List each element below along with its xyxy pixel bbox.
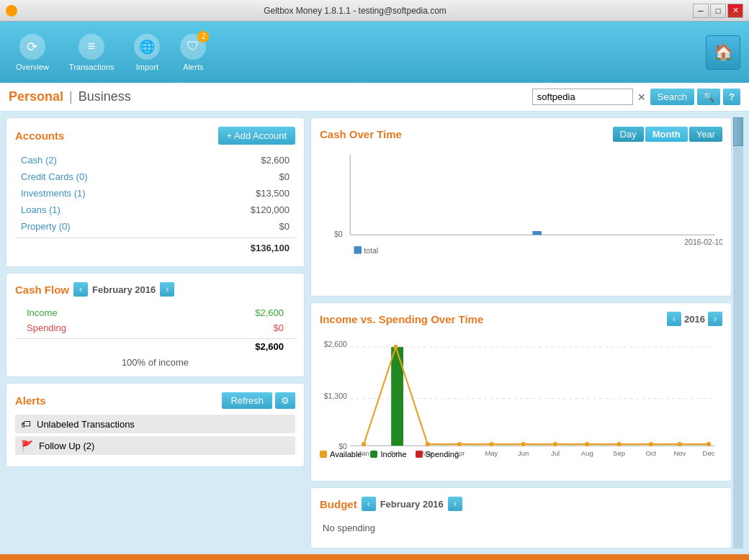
chart-tab-day[interactable]: Day xyxy=(613,127,644,142)
window-title: Geltbox Money 1.8.1.1 - testing@softpedi… xyxy=(17,6,693,16)
alert-item-unlabeled[interactable]: 🏷 Unlabeled Transactions xyxy=(15,415,295,433)
budget-period: February 2016 xyxy=(380,499,444,510)
tab-separator: | xyxy=(69,89,73,104)
cashflow-total-row: $2,600 xyxy=(15,338,295,354)
account-name-cash: Cash (2) xyxy=(21,155,57,166)
svg-text:$0: $0 xyxy=(338,442,347,451)
cashflow-income-value: $2,600 xyxy=(255,307,284,318)
alerts-icon: 🛡 2 xyxy=(180,34,206,60)
titlebar: Geltbox Money 1.8.1.1 - testing@softpedi… xyxy=(0,0,749,22)
svg-text:$0: $0 xyxy=(334,230,343,238)
svg-text:Dec: Dec xyxy=(703,449,715,457)
cash-over-time-chart: $0 2016-02-10 total xyxy=(320,148,722,248)
restore-button[interactable]: □ xyxy=(710,4,726,18)
svg-text:Jun: Jun xyxy=(518,449,529,457)
svg-point-37 xyxy=(707,442,711,446)
close-button[interactable]: ✕ xyxy=(727,4,743,18)
alert-item-followup[interactable]: 🚩 Follow Up (2) xyxy=(15,436,295,455)
header-tabs: Personal | Business xyxy=(9,89,532,104)
svg-point-31 xyxy=(521,442,526,446)
import-label: Import xyxy=(136,63,158,71)
header-bar: Personal | Business ✕ Search 🔍 ? xyxy=(0,83,749,112)
svg-point-34 xyxy=(616,442,621,446)
svg-text:Apr: Apr xyxy=(454,449,465,457)
alerts-header: Alerts Refresh ⚙ xyxy=(15,392,295,409)
inc-chart-header: Income vs. Spending Over Time ‹ 2016 › xyxy=(320,312,722,326)
svg-rect-4 xyxy=(532,231,542,235)
svg-point-29 xyxy=(457,442,462,446)
search-button[interactable]: Search xyxy=(650,89,694,105)
account-row-credit[interactable]: Credit Cards (0) $0 xyxy=(15,168,295,185)
account-amount-property: $0 xyxy=(279,221,290,232)
accounts-total-value: $136,100 xyxy=(251,243,290,253)
scrollbar-thumb[interactable] xyxy=(733,117,743,146)
svg-text:Jul: Jul xyxy=(551,449,560,457)
toolbar-right-button[interactable]: 🏠 xyxy=(706,35,740,70)
chart-tab-year[interactable]: Year xyxy=(689,127,722,142)
svg-text:Aug: Aug xyxy=(581,449,593,457)
cashflow-next-button[interactable]: › xyxy=(160,282,174,297)
cashflow-income-row: Income $2,600 xyxy=(15,305,295,320)
accounts-card: Accounts + Add Account Cash (2) $2,600 C… xyxy=(6,117,305,267)
svg-text:May: May xyxy=(485,449,498,457)
search-icon-button[interactable]: 🔍 xyxy=(697,89,720,105)
chart-title: Cash Over Time xyxy=(320,128,402,140)
budget-next-button[interactable]: › xyxy=(448,497,462,511)
search-input[interactable] xyxy=(532,89,633,105)
cashflow-prev-button[interactable]: ‹ xyxy=(73,282,88,297)
budget-prev-button[interactable]: ‹ xyxy=(362,497,376,511)
inc-chart-year: 2016 xyxy=(684,314,705,325)
svg-text:Feb: Feb xyxy=(390,449,401,457)
account-amount-credit: $0 xyxy=(279,171,290,182)
svg-text:Sep: Sep xyxy=(613,449,625,457)
account-row-cash[interactable]: Cash (2) $2,600 xyxy=(15,152,295,168)
add-account-button[interactable]: + Add Account xyxy=(218,127,295,145)
overview-button[interactable]: ⟳ Overview xyxy=(9,30,56,76)
income-vs-spending-chart: $2,600 $1,300 $0 Jan Feb Mar Apr May xyxy=(320,332,722,447)
cashflow-total-value: $2,600 xyxy=(255,341,284,352)
transactions-button[interactable]: ≡ Transactions xyxy=(62,30,122,76)
alerts-actions: Refresh ⚙ xyxy=(222,392,295,409)
svg-point-26 xyxy=(362,442,366,446)
svg-point-36 xyxy=(678,442,682,446)
search-clear-button[interactable]: ✕ xyxy=(636,90,647,104)
alert-label-unlabeled: Unlabeled Transactions xyxy=(37,419,135,430)
minimize-button[interactable]: ─ xyxy=(693,4,709,18)
cash-over-time-svg: $0 2016-02-10 total xyxy=(320,148,722,254)
cashflow-spending-row: Spending $0 xyxy=(15,320,295,335)
budget-title: Budget xyxy=(320,498,357,510)
tab-personal[interactable]: Personal xyxy=(9,89,63,104)
inc-chart-next-button[interactable]: › xyxy=(708,312,722,326)
budget-card: Budget ‹ February 2016 › No spending xyxy=(310,487,732,548)
tab-business[interactable]: Business xyxy=(79,89,131,104)
scrollbar-track[interactable] xyxy=(733,117,743,548)
account-amount-cash: $2,600 xyxy=(261,155,290,166)
svg-text:$2,600: $2,600 xyxy=(324,340,347,348)
alerts-button[interactable]: 🛡 2 Alerts xyxy=(173,30,213,76)
alerts-card: Alerts Refresh ⚙ 🏷 Unlabeled Transaction… xyxy=(6,383,305,467)
help-button[interactable]: ? xyxy=(723,89,740,105)
gear-button[interactable]: ⚙ xyxy=(275,392,295,409)
chart-tab-month[interactable]: Month xyxy=(645,127,688,142)
overview-label: Overview xyxy=(16,63,49,71)
inc-chart-title: Income vs. Spending Over Time xyxy=(320,313,483,325)
import-icon: 🌐 xyxy=(134,34,160,60)
transactions-label: Transactions xyxy=(69,63,115,71)
cashflow-header: Cash Flow ‹ February 2016 › xyxy=(15,282,295,297)
left-panel: Accounts + Add Account Cash (2) $2,600 C… xyxy=(6,117,305,548)
svg-text:total: total xyxy=(364,246,378,254)
svg-point-33 xyxy=(585,442,589,446)
account-row-loans[interactable]: Loans (1) $120,000 xyxy=(15,202,295,218)
income-vs-spending-card: Income vs. Spending Over Time ‹ 2016 › $… xyxy=(310,302,732,482)
tag-icon: 🏷 xyxy=(21,418,31,430)
budget-header: Budget ‹ February 2016 › xyxy=(320,497,722,511)
inc-chart-prev-button[interactable]: ‹ xyxy=(667,312,681,326)
account-row-investments[interactable]: Investments (1) $13,500 xyxy=(15,185,295,202)
refresh-button[interactable]: Refresh xyxy=(222,392,272,409)
chart-tabs: Day Month Year xyxy=(613,127,722,142)
svg-text:$1,300: $1,300 xyxy=(324,392,347,400)
import-button[interactable]: 🌐 Import xyxy=(127,30,167,76)
account-row-property[interactable]: Property (0) $0 xyxy=(15,218,295,235)
cash-over-time-card: Cash Over Time Day Month Year $0 xyxy=(310,117,732,297)
transactions-icon: ≡ xyxy=(79,34,104,60)
